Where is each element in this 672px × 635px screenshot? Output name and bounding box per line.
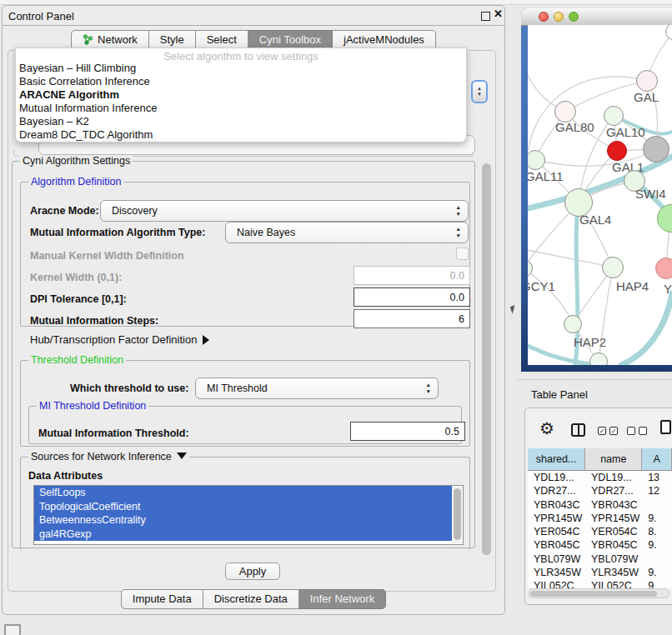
deselect-all-checks-icon[interactable]	[627, 427, 647, 435]
attribute-item-gal4rgexp[interactable]: gal4RGexp	[34, 528, 452, 542]
table-cell: YBL079W	[528, 552, 585, 566]
manual-kernel-label: Manual Kernel Width Definition	[30, 250, 184, 262]
network-edge[interactable]	[621, 293, 672, 365]
control-panel-title: Control Panel	[8, 10, 74, 22]
which-threshold-combo[interactable]: MI Threshold ▲▼	[195, 378, 439, 399]
network-view-window: GALGAL80GAL10GAL1GAL11SWI4GAL4GCY1HAP4YH…	[521, 8, 672, 372]
tab-label: Infer Network	[310, 592, 374, 605]
mi-threshold-field[interactable]: 0.5	[350, 422, 465, 441]
sources-legend: Sources for Network Inference	[31, 451, 172, 462]
table-row[interactable]: YBR045CYBR045C9.	[528, 538, 672, 552]
bottom-tab-bar: Impute DataDiscretize DataInfer Network	[2, 589, 505, 609]
table-row[interactable]: YDL19...YDL19...13	[528, 471, 672, 484]
network-canvas[interactable]: GALGAL80GAL10GAL1GAL11SWI4GAL4GCY1HAP4YH…	[528, 25, 672, 365]
attribute-item-selfloops[interactable]: SelfLoops	[34, 486, 452, 500]
stepper-down-icon: ▼	[477, 92, 482, 98]
network-edge[interactable]	[528, 250, 613, 268]
table-cell: YBR043C	[585, 498, 642, 512]
close-traffic-light-icon[interactable]	[539, 12, 549, 22]
close-icon[interactable]: ✕	[494, 8, 503, 19]
column-header-name[interactable]: name	[585, 448, 642, 470]
mouse-cursor	[510, 305, 517, 313]
tab-discretize-data[interactable]: Discretize Data	[203, 589, 299, 609]
table-row[interactable]: YER054CYER054C8.	[528, 525, 672, 538]
attribute-item-topologicalcoefficient[interactable]: TopologicalCoefficient	[34, 500, 452, 514]
column-header-a[interactable]: A	[642, 448, 672, 470]
network-node[interactable]	[643, 136, 669, 162]
collapsed-panel-icon[interactable]	[4, 624, 21, 635]
ghost-label-inference-algorithm: Inference Algorithm	[21, 76, 107, 88]
expand-down-icon	[177, 452, 187, 459]
mi-type-value: Naive Bayes	[237, 227, 295, 238]
aracne-mode-combo[interactable]: Discovery ▲▼	[100, 200, 469, 222]
table-horizontal-scrollbar[interactable]	[528, 588, 669, 598]
table-cell: YBR043C	[528, 498, 585, 512]
attribute-item-betweennesscentrality[interactable]: BetweennessCentrality	[34, 513, 452, 528]
network-node-gal[interactable]	[636, 70, 658, 92]
table-row[interactable]: YIL052CYIL052C9	[528, 579, 672, 588]
network-icon	[83, 34, 93, 45]
network-node-hap2[interactable]	[564, 315, 582, 333]
float-window-icon[interactable]	[481, 12, 490, 21]
network-window-titlebar[interactable]	[521, 8, 672, 26]
algorithm-option-bayesian-k2[interactable]: Bayesian – K2	[16, 115, 466, 128]
dpi-tolerance-label: DPI Tolerance [0,1]:	[30, 293, 127, 305]
algorithm-option-mutual-information-inference[interactable]: Mutual Information Inference	[16, 102, 466, 115]
select-all-checks-icon[interactable]: ✓✓	[598, 427, 618, 435]
network-node[interactable]	[589, 352, 608, 365]
hub-definition-label: Hub/Transcription Factor Definition	[30, 333, 197, 346]
table-cell: YDL19...	[528, 471, 585, 484]
table-row[interactable]: YPR145WYPR145W9.	[528, 512, 672, 525]
ghost-label-default-node: gal-filtered sif default node	[39, 132, 157, 144]
hub-definition-expander[interactable]: Hub/Transcription Factor Definition	[30, 333, 209, 346]
tab-impute-data[interactable]: Impute Data	[121, 589, 203, 609]
split-columns-icon[interactable]	[571, 423, 585, 437]
node-label-gal4: GAL4	[579, 212, 611, 227]
table-row[interactable]: YDR27...YDR27...12	[528, 484, 672, 498]
page-icon[interactable]	[660, 420, 671, 434]
combo-stepper-icon: ▲▼	[456, 226, 461, 239]
combo-stepper-icon: ▲▼	[456, 204, 461, 218]
tab-label: Cyni Toolbox	[259, 33, 321, 46]
table-cell: 8.	[642, 525, 672, 538]
kernel-width-field: 0.0	[354, 266, 470, 285]
node-label-gal11: GAL11	[528, 169, 564, 183]
gear-icon[interactable]: ⚙	[539, 420, 554, 437]
node-label-gal80: GAL80	[555, 120, 594, 134]
column-header-shared[interactable]: shared...	[528, 448, 585, 470]
aracne-mode-label: Aracne Mode:	[30, 205, 99, 217]
apply-button[interactable]: Apply	[225, 562, 280, 580]
node-label-y: Y	[664, 282, 672, 296]
expand-right-icon	[203, 335, 209, 345]
table-cell: YER054C	[528, 525, 585, 538]
attributes-scrollbar[interactable]	[452, 487, 462, 543]
settings-scrollbar[interactable]	[481, 162, 492, 556]
mi-steps-field[interactable]: 6	[354, 309, 470, 328]
mi-type-combo[interactable]: Naive Bayes ▲▼	[225, 222, 469, 243]
table-cell: YIL052C	[585, 579, 642, 588]
table-cell: YBR045C	[585, 538, 642, 552]
tab-label: jActiveMNodules	[344, 33, 424, 46]
table-row[interactable]: YBR043CYBR043C	[528, 498, 672, 512]
focused-combo-stepper[interactable]: ▲ ▼	[471, 80, 488, 103]
network-node-gal10[interactable]	[604, 106, 624, 126]
tab-label: Network	[98, 33, 138, 46]
dpi-tolerance-field[interactable]: 0.0	[354, 288, 470, 307]
table-cell	[642, 552, 672, 566]
combo-stepper-icon: ▲▼	[426, 382, 431, 395]
network-node-y[interactable]	[655, 258, 672, 279]
minimize-traffic-light-icon[interactable]	[554, 12, 564, 22]
table-row[interactable]: YLR345WYLR345W9.	[528, 566, 672, 579]
algorithm-option-aracne-algorithm[interactable]: ARACNE Algorithm	[16, 88, 466, 102]
table-cell: YPR145W	[585, 512, 642, 525]
zoom-traffic-light-icon[interactable]	[569, 12, 579, 22]
network-edge[interactable]	[528, 268, 573, 324]
node-label-hap4: HAP4	[616, 279, 649, 293]
network-node-gal1[interactable]	[607, 141, 627, 161]
table-row[interactable]: YBL079WYBL079W	[528, 552, 672, 566]
sources-expander[interactable]: Sources for Network Inference	[28, 451, 189, 462]
table-cell: 9.	[642, 512, 672, 525]
tab-infer-network[interactable]: Infer Network	[299, 589, 386, 609]
algorithm-option-bayesian-hill-climbing[interactable]: Bayesian – Hill Climbing	[16, 62, 466, 75]
network-node-hap4[interactable]	[602, 257, 624, 278]
